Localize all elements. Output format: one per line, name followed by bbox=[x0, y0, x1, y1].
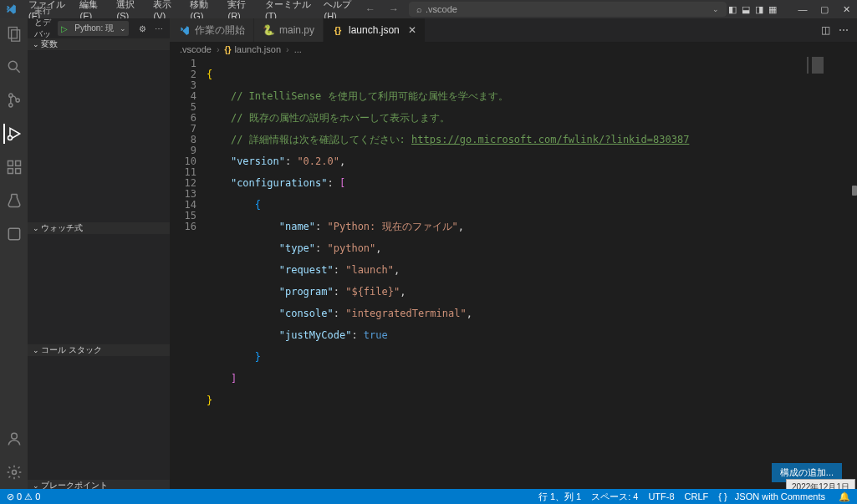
svg-rect-0 bbox=[8, 28, 17, 38]
svg-rect-1 bbox=[11, 30, 19, 41]
section-callstack-body bbox=[28, 356, 170, 480]
svg-rect-12 bbox=[15, 161, 20, 166]
titlebar-right: ◧ ⬓ ◨ ▦ — ▢ ✕ bbox=[727, 3, 852, 15]
status-encoding[interactable]: UTF-8 bbox=[648, 491, 674, 501]
activity-run-debug-icon[interactable] bbox=[3, 124, 23, 144]
status-bar: ⊘0 ⚠0 行 1、列 1 スペース: 4 UTF-8 CRLF { } JSO… bbox=[0, 489, 857, 504]
chevron-right-icon: › bbox=[286, 44, 289, 54]
notifications-icon[interactable]: 🔔 bbox=[839, 491, 850, 502]
window-close-button[interactable]: ✕ bbox=[840, 3, 852, 15]
activity-testing-icon[interactable] bbox=[4, 191, 24, 211]
activity-accounts-icon[interactable] bbox=[4, 429, 24, 449]
breadcrumbs[interactable]: .vscode › {}launch.json › ... bbox=[170, 42, 857, 57]
editor-tabs: 作業の開始 🐍 main.py {} launch.json ✕ ◫ ⋯ bbox=[170, 18, 857, 42]
json-file-icon: {} bbox=[332, 24, 344, 36]
window-minimize-button[interactable]: — bbox=[797, 3, 809, 15]
section-watch-body bbox=[28, 234, 170, 344]
start-debug-icon[interactable]: ▷ bbox=[58, 24, 71, 33]
tab-launch-json[interactable]: {} launch.json ✕ bbox=[324, 18, 426, 42]
svg-rect-9 bbox=[8, 161, 13, 166]
svg-point-4 bbox=[8, 94, 12, 97]
svg-rect-13 bbox=[8, 228, 19, 239]
search-icon: ⌕ bbox=[416, 4, 422, 14]
tab-more-icon[interactable]: ⋯ bbox=[839, 24, 849, 36]
svg-point-14 bbox=[11, 433, 17, 439]
nav-back-icon[interactable]: ← bbox=[362, 3, 379, 15]
svg-rect-11 bbox=[15, 169, 20, 174]
editor-area: 作業の開始 🐍 main.py {} launch.json ✕ ◫ ⋯ .vs… bbox=[170, 18, 857, 489]
code-content[interactable]: { // IntelliSense を使用して利用可能な属性を学べます。 // … bbox=[207, 57, 857, 489]
activity-settings-icon[interactable] bbox=[4, 462, 24, 482]
warning-icon: ⚠ bbox=[24, 491, 33, 502]
status-problems[interactable]: ⊘0 ⚠0 bbox=[7, 491, 40, 502]
section-watch-header[interactable]: ⌄ウォッチ式 bbox=[28, 222, 170, 234]
breadcrumb-file[interactable]: {}launch.json bbox=[225, 44, 281, 54]
nav-forward-icon[interactable]: → bbox=[385, 3, 402, 15]
tab-label: launch.json bbox=[349, 24, 400, 36]
status-line-col[interactable]: 行 1、列 1 bbox=[538, 491, 581, 503]
breadcrumb-folder[interactable]: .vscode bbox=[180, 44, 212, 54]
toggle-primary-sidebar-icon[interactable]: ◧ bbox=[727, 3, 738, 15]
chevron-right-icon: › bbox=[217, 44, 220, 54]
debug-toolbar: 実行とデバッグ ▷ Python: 現 ⌄ ⚙ ⋯ bbox=[28, 18, 170, 38]
chevron-down-icon: ⌄ bbox=[31, 346, 41, 354]
status-language[interactable]: { } JSON with Comments bbox=[718, 491, 825, 501]
svg-point-15 bbox=[12, 471, 16, 475]
debug-more-icon[interactable]: ⋯ bbox=[155, 24, 163, 33]
section-variables-label: 変数 bbox=[41, 38, 58, 50]
section-callstack-header[interactable]: ⌄コール スタック bbox=[28, 344, 170, 356]
debug-config-select[interactable]: ▷ Python: 現 ⌄ bbox=[58, 21, 129, 36]
chevron-down-icon: ⌄ bbox=[117, 24, 129, 33]
window-maximize-button[interactable]: ▢ bbox=[819, 3, 830, 15]
debug-sidebar: 実行とデバッグ ▷ Python: 現 ⌄ ⚙ ⋯ ⌄変数 ⌄ウォッチ式 ⌄コー… bbox=[28, 18, 170, 489]
toggle-secondary-sidebar-icon[interactable]: ◨ bbox=[753, 3, 765, 15]
window-controls: — ▢ ✕ bbox=[797, 3, 852, 15]
svg-point-2 bbox=[8, 61, 17, 69]
vscode-logo-icon bbox=[5, 3, 17, 16]
command-center-search[interactable]: ⌕.vscode ⌄ bbox=[409, 2, 727, 17]
titlebar-center: ← → ⌕.vscode ⌄ bbox=[362, 2, 727, 17]
svg-line-3 bbox=[16, 69, 19, 73]
overview-ruler-marker bbox=[852, 186, 857, 196]
close-tab-icon[interactable]: ✕ bbox=[408, 24, 416, 36]
split-editor-icon[interactable]: ◫ bbox=[821, 24, 830, 36]
code-editor[interactable]: 12345678910111213141516 { // IntelliSens… bbox=[170, 57, 857, 489]
section-watch-label: ウォッチ式 bbox=[41, 222, 83, 234]
layout-controls: ◧ ⬓ ◨ ▦ bbox=[727, 3, 778, 15]
json-file-icon: {} bbox=[225, 45, 232, 54]
svg-rect-10 bbox=[8, 169, 13, 174]
debug-settings-icon[interactable]: ⚙ bbox=[139, 24, 146, 33]
activity-search-icon[interactable] bbox=[4, 57, 24, 77]
minimap[interactable] bbox=[807, 57, 854, 77]
breadcrumb-part[interactable]: ... bbox=[294, 44, 302, 54]
chevron-down-icon: ⌄ bbox=[31, 40, 41, 48]
activity-bar bbox=[0, 18, 28, 489]
svg-point-8 bbox=[8, 136, 12, 140]
status-eol[interactable]: CRLF bbox=[685, 491, 709, 501]
tab-welcome[interactable]: 作業の開始 bbox=[170, 18, 254, 42]
debug-config-name: Python: 現 bbox=[71, 23, 117, 34]
search-text: .vscode bbox=[426, 4, 457, 14]
activity-extra-icon[interactable] bbox=[4, 224, 24, 244]
section-variables-header[interactable]: ⌄変数 bbox=[28, 38, 170, 50]
vscode-icon bbox=[178, 24, 190, 36]
chevron-down-icon: ⌄ bbox=[712, 5, 719, 13]
section-variables-body bbox=[28, 50, 170, 222]
title-bar: ファイル(F) 編集(E) 選択(S) 表示(V) 移動(G) 実行(R) ター… bbox=[0, 0, 857, 18]
error-icon: ⊘ bbox=[7, 491, 14, 502]
section-callstack-label: コール スタック bbox=[41, 344, 102, 356]
chevron-down-icon: ⌄ bbox=[31, 224, 41, 232]
tab-main-py[interactable]: 🐍 main.py bbox=[254, 18, 324, 42]
python-file-icon: 🐍 bbox=[263, 24, 274, 36]
tab-label: main.py bbox=[279, 24, 314, 36]
activity-extensions-icon[interactable] bbox=[4, 157, 24, 177]
toggle-panel-icon[interactable]: ⬓ bbox=[740, 3, 752, 15]
activity-explorer-icon[interactable] bbox=[4, 23, 24, 43]
activity-sourcecontrol-icon[interactable] bbox=[4, 90, 24, 110]
status-indent[interactable]: スペース: 4 bbox=[591, 491, 638, 503]
line-numbers: 12345678910111213141516 bbox=[170, 57, 207, 489]
tab-label: 作業の開始 bbox=[195, 23, 245, 38]
customize-layout-icon[interactable]: ▦ bbox=[767, 3, 778, 15]
svg-point-5 bbox=[8, 104, 12, 107]
